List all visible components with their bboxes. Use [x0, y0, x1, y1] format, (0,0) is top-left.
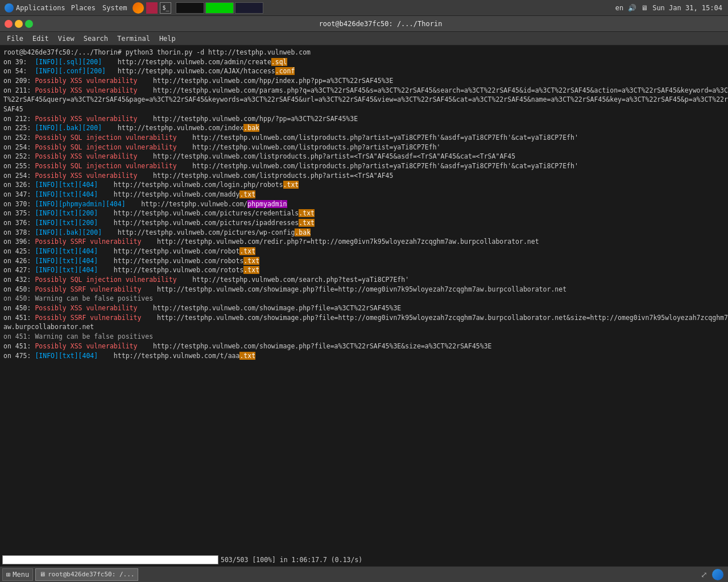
volume-icon: 🔊 [628, 4, 636, 12]
net-graph [235, 2, 263, 14]
firefox-icon[interactable] [133, 2, 144, 14]
places-menu[interactable]: Places [68, 4, 99, 12]
terminal-line: on 326: [INFO][txt][404] http://testphp.… [3, 180, 728, 190]
progress-bar-container: 503/503 [100%] in 1:06:17.7 (0.13/s) [0, 554, 728, 566]
terminal-line: on 252: Possibly XSS vulnerability http:… [3, 152, 728, 161]
display-icon: 🖥 [641, 4, 648, 12]
terminal-line: on 376: [INFO][txt][200] http://testphp.… [3, 218, 728, 228]
burpsuite-icon[interactable] [146, 2, 158, 14]
menu-help[interactable]: Help [155, 34, 180, 44]
terminal-line: on 209: Possibly XSS vulnerability http:… [3, 76, 728, 86]
maximize-button[interactable] [25, 20, 33, 28]
terminal-line: on 225: [INFO][.bak][200] http://testphp… [3, 123, 728, 133]
terminal-icon[interactable]: $_ [160, 2, 171, 14]
locale-label: en [615, 4, 623, 12]
bottom-taskbar: ⊞ Menu 🖥 root@b426de37fc50: /... ⤢ [0, 566, 728, 582]
terminal-line: on 475: [INFO][txt][404] http://testphp.… [3, 351, 728, 361]
mem-graph [205, 2, 234, 14]
terminal-line: on 451: Warning can be false positives [3, 332, 728, 342]
progress-text: 503/503 [100%] in 1:06:17.7 (0.13/s) [221, 555, 362, 565]
system-menu[interactable]: System [99, 4, 130, 12]
terminal-window[interactable]: root@b426de37fc50:/.../Thorin# python3 t… [0, 45, 728, 566]
terminal-line: on 451: Possibly XSS vulnerability http:… [3, 342, 728, 351]
applications-label[interactable]: Applications [16, 4, 65, 12]
progress-bar-inner [3, 556, 218, 564]
bottom-menu-icon: ⊞ [6, 571, 10, 579]
progress-bar-outer [2, 555, 218, 564]
menu-edit[interactable]: Edit [28, 34, 53, 44]
terminal-line: on 254: Possibly SQL injection vulnerabi… [3, 143, 728, 152]
system-monitor-graphs [176, 2, 263, 14]
terminal-line: on 252: Possibly SQL injection vulnerabi… [3, 133, 728, 143]
terminal-line: on 451: Possibly SSRF vulnerability http… [3, 313, 728, 332]
terminal-line: on 375: [INFO][txt][200] http://testphp.… [3, 209, 728, 218]
bottom-kali-icon [712, 569, 723, 580]
taskbar-quick-launch: $_ [133, 2, 171, 14]
window-titlebar: root@b426de37fc50: /.../Thorin [0, 16, 728, 32]
terminal-line: on 370: [INFO][phpmyadmin][404] http://t… [3, 199, 728, 209]
terminal-line: on 39: [INFO][.sql][200] http://testphp.… [3, 57, 728, 67]
cpu-graph [176, 2, 204, 14]
terminal-line: on 254: Possibly XSS vulnerability http:… [3, 171, 728, 181]
terminal-line: on 255: Possibly SQL injection vulnerabi… [3, 161, 728, 171]
top-taskbar: Applications Places System $_ en 🔊 🖥 Sun… [0, 0, 728, 16]
bottom-right: ⤢ [698, 569, 726, 580]
menu-search[interactable]: Search [79, 34, 113, 44]
bottom-menu-label: Menu [13, 571, 29, 579]
terminal-line: on 396: Possibly SSRF vulnerability http… [3, 237, 728, 247]
terminal-line: on 347: [INFO][txt][404] http://testphp.… [3, 190, 728, 199]
window-controls [0, 20, 33, 28]
menu-terminal[interactable]: Terminal [113, 34, 155, 44]
terminal-taskbar-icon: 🖥 [39, 571, 46, 578]
minimize-button[interactable] [15, 20, 23, 28]
menu-view[interactable]: View [53, 34, 79, 44]
terminal-line: on 450: Possibly XSS vulnerability http:… [3, 304, 728, 313]
menubar: File Edit View Search Terminal Help [0, 32, 728, 45]
terminal-line: on 427: [INFO][txt][404] http://testphp.… [3, 265, 728, 275]
datetime-label: Sun Jan 31, 15:04 [652, 4, 722, 12]
close-button[interactable] [5, 20, 13, 28]
applications-menu[interactable]: Applications [2, 3, 68, 13]
terminal-line: on 54: [INFO][.conf][200] http://testphp… [3, 66, 728, 76]
kali-icon [5, 3, 14, 13]
terminal-line: on 378: [INFO][.bak][200] http://testphp… [3, 228, 728, 238]
terminal-line: on 212: Possibly XSS vulnerability http:… [3, 114, 728, 124]
terminal-line: on 450: Warning can be false positives [3, 294, 728, 304]
terminal-taskbar-label: root@b426de37fc50: /... [48, 571, 134, 578]
bottom-menu-button[interactable]: ⊞ Menu [2, 568, 33, 581]
terminal-line: on 425: [INFO][txt][404] http://testphp.… [3, 247, 728, 256]
window-title: root@b426de37fc50: /.../Thorin [33, 20, 728, 28]
terminal-output: root@b426de37fc50:/.../Thorin# python3 t… [3, 48, 728, 550]
terminal-line: on 211: Possibly XSS vulnerability http:… [3, 86, 728, 114]
resize-icon[interactable]: ⤢ [698, 569, 710, 580]
terminal-line: on 450: Possibly SSRF vulnerability http… [3, 285, 728, 294]
prompt-line: root@b426de37fc50:/.../Thorin# python3 t… [3, 48, 728, 57]
terminal-line: on 432: Possibly SQL injection vulnerabi… [3, 275, 728, 285]
menu-file[interactable]: File [2, 34, 28, 44]
bottom-terminal-button[interactable]: 🖥 root@b426de37fc50: /... [35, 568, 138, 581]
terminal-line: on 426: [INFO][txt][404] http://testphp.… [3, 256, 728, 266]
taskbar-right: en 🔊 🖥 Sun Jan 31, 15:04 [615, 4, 726, 12]
